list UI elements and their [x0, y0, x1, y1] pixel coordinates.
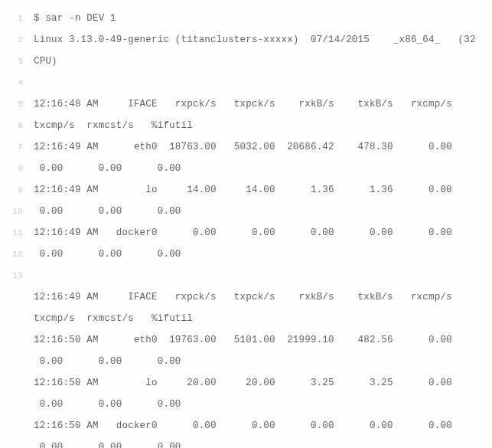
line-content: txcmp/s rxmcst/s %ifutil [34, 115, 193, 136]
code-block: 1$ sar -n DEV 12Linux 3.13.0-49-generic … [6, 8, 486, 448]
line-content: CPU) [34, 51, 57, 72]
line-content: 12:16:49 AM IFACE rxpck/s txpck/s rxkB/s… [34, 286, 464, 308]
code-line: 13 [6, 265, 486, 286]
code-line: 12:16:49 AM IFACE rxpck/s txpck/s rxkB/s… [6, 286, 486, 308]
line-content: txcmp/s rxmcst/s %ifutil [34, 308, 193, 329]
code-line: 12:16:50 AM docker0 0.00 0.00 0.00 0.00 … [6, 415, 486, 437]
code-line: 712:16:49 AM eth0 18763.00 5032.00 20686… [6, 136, 486, 158]
line-number: 4 [6, 72, 23, 93]
line-content: 12:16:49 AM lo 14.00 14.00 1.36 1.36 0.0… [34, 179, 476, 201]
code-line: 12 0.00 0.00 0.00 [6, 244, 486, 265]
line-content: 12:16:49 AM eth0 18763.00 5032.00 20686.… [34, 136, 476, 158]
code-line: 10 0.00 0.00 0.00 [6, 201, 486, 222]
line-content: 12:16:49 AM docker0 0.00 0.00 0.00 0.00 … [34, 222, 476, 244]
line-content: 0.00 0.00 0.00 [34, 244, 181, 265]
code-line: 512:16:48 AM IFACE rxpck/s txpck/s rxkB/… [6, 93, 486, 115]
code-line: 3CPU) [6, 51, 486, 72]
line-number: 7 [6, 136, 23, 158]
line-number: 3 [6, 51, 23, 72]
code-line: 0.00 0.00 0.00 [6, 437, 486, 448]
code-line: 2Linux 3.13.0-49-generic (titanclusters-… [6, 29, 486, 51]
line-content: 0.00 0.00 0.00 [34, 158, 181, 179]
line-content: 12:16:48 AM IFACE rxpck/s txpck/s rxkB/s… [34, 93, 464, 115]
line-content: $ sar -n DEV 1 [34, 8, 116, 29]
code-line: 12:16:50 AM lo 20.00 20.00 3.25 3.25 0.0… [6, 372, 486, 394]
line-number: 9 [6, 179, 23, 201]
code-line: 912:16:49 AM lo 14.00 14.00 1.36 1.36 0.… [6, 179, 486, 201]
line-content: 0.00 0.00 0.00 [34, 394, 181, 415]
line-number: 5 [6, 93, 23, 115]
code-line: 0.00 0.00 0.00 [6, 351, 486, 372]
line-number: 10 [6, 201, 23, 222]
code-line: 12:16:50 AM eth0 19763.00 5101.00 21999.… [6, 329, 486, 351]
code-line: 0.00 0.00 0.00 [6, 394, 486, 415]
line-number: 8 [6, 158, 23, 179]
line-content: 0.00 0.00 0.00 [34, 351, 181, 372]
line-content: Linux 3.13.0-49-generic (titanclusters-x… [34, 29, 476, 51]
line-number: 13 [6, 265, 23, 286]
code-line: 6txcmp/s rxmcst/s %ifutil [6, 115, 486, 136]
code-line: 1$ sar -n DEV 1 [6, 8, 486, 29]
code-line: 8 0.00 0.00 0.00 [6, 158, 486, 179]
line-number: 1 [6, 8, 23, 29]
code-line: 1112:16:49 AM docker0 0.00 0.00 0.00 0.0… [6, 222, 486, 244]
line-content: 12:16:50 AM lo 20.00 20.00 3.25 3.25 0.0… [34, 372, 476, 394]
line-content: 0.00 0.00 0.00 [34, 437, 181, 448]
line-content: 12:16:50 AM docker0 0.00 0.00 0.00 0.00 … [34, 415, 476, 437]
line-content: 0.00 0.00 0.00 [34, 201, 181, 222]
line-number: 6 [6, 115, 23, 136]
code-line: txcmp/s rxmcst/s %ifutil [6, 308, 486, 329]
line-content: 12:16:50 AM eth0 19763.00 5101.00 21999.… [34, 329, 476, 351]
code-line: 4 [6, 72, 486, 93]
line-number: 12 [6, 244, 23, 265]
line-number: 11 [6, 222, 23, 244]
line-number: 2 [6, 29, 23, 51]
